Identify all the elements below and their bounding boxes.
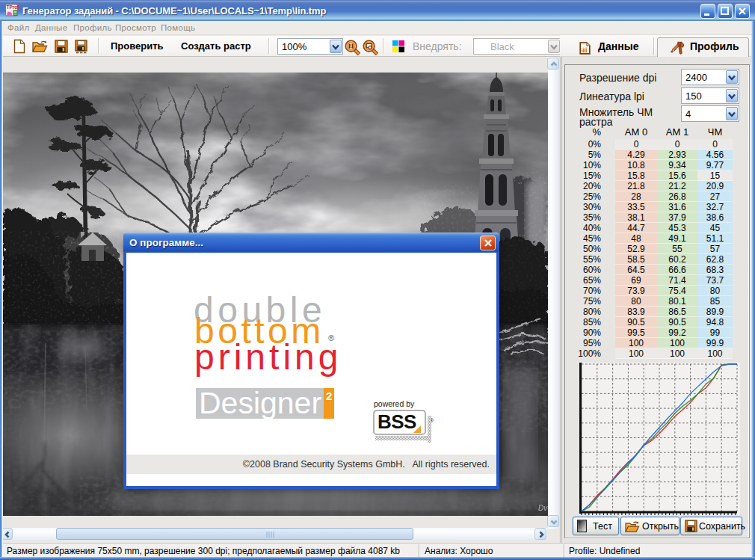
svg-text:TProf: TProf — [7, 4, 19, 10]
svg-text:Dv: Dv — [538, 504, 548, 512]
